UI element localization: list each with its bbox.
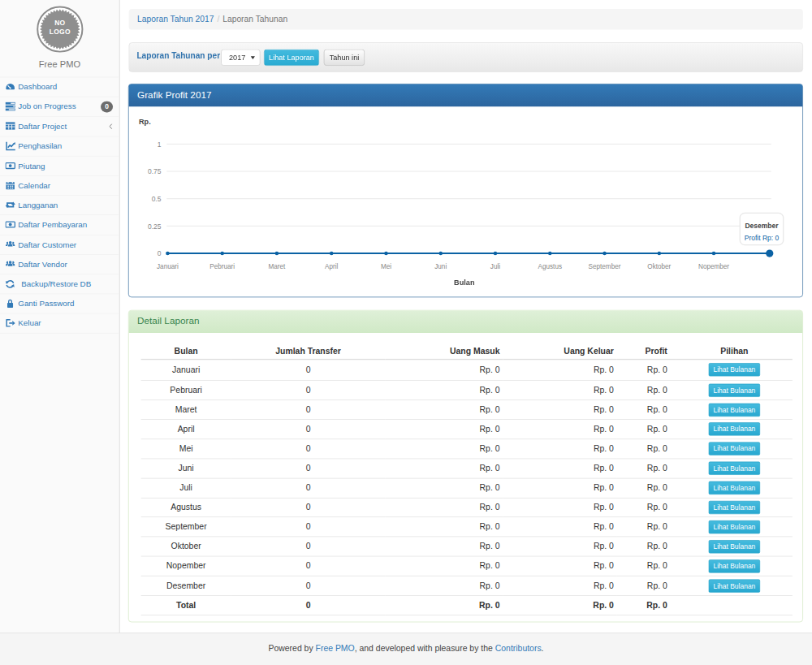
- svg-text:0.75: 0.75: [148, 167, 162, 175]
- svg-text:Mei: Mei: [381, 263, 391, 270]
- svg-text:Juli: Juli: [490, 263, 500, 270]
- svg-text:0: 0: [158, 249, 162, 257]
- svg-text:Agustus: Agustus: [538, 263, 562, 270]
- svg-text:Maret: Maret: [269, 263, 287, 270]
- svg-text:0.5: 0.5: [152, 195, 162, 203]
- svg-text:1: 1: [158, 140, 162, 149]
- svg-text:April: April: [325, 263, 338, 270]
- svg-text:LOGO: LOGO: [50, 28, 71, 36]
- svg-text:Oktober: Oktober: [647, 263, 671, 270]
- svg-text:Januari: Januari: [157, 263, 179, 270]
- svg-text:Juni: Juni: [434, 263, 447, 270]
- svg-text:0.25: 0.25: [148, 222, 162, 231]
- svg-text:Pebruari: Pebruari: [209, 263, 235, 270]
- svg-text:NO: NO: [54, 19, 65, 27]
- svg-text:September: September: [589, 263, 621, 270]
- svg-text:Nopember: Nopember: [698, 263, 729, 270]
